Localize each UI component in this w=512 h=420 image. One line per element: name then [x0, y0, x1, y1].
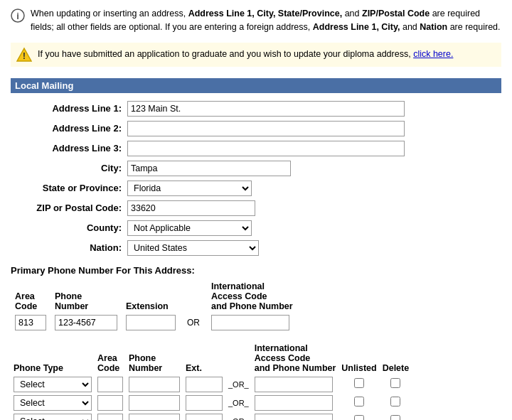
address-line-1-label: Address Line 1: — [11, 99, 124, 119]
phone-area-input[interactable] — [97, 377, 123, 392]
section-header: Local Mailing — [11, 78, 501, 93]
col-phone-header: PhoneNumber — [50, 280, 122, 313]
primary-ext-cell — [122, 313, 180, 333]
primary-ext-input[interactable] — [126, 315, 176, 330]
col-area-header: AreaCode — [11, 280, 50, 313]
phone-type-row: SelectCellHomeWorkFax_OR_ — [11, 412, 412, 421]
address-line-3-row: Address Line 3: — [11, 139, 501, 158]
phone-number-input[interactable] — [129, 414, 180, 421]
primary-or-cell: OR — [180, 313, 207, 333]
address-line-2-cell — [124, 119, 501, 139]
info-text: When updating or inserting an address, A… — [31, 7, 501, 34]
col-phone-number-header: PhoneNumber — [126, 341, 183, 375]
primary-phone-data-row: OR — [11, 313, 297, 333]
address-line-3-cell — [124, 139, 501, 158]
phone-type-select[interactable]: SelectCellHomeWorkFax — [14, 395, 92, 411]
address-form-table: Address Line 1: Address Line 2: Address … — [11, 99, 501, 258]
primary-area-input[interactable] — [15, 315, 46, 330]
zip-row: ZIP or Postal Code: — [11, 198, 501, 218]
delete-checkbox[interactable] — [390, 397, 400, 406]
phone-intl-input[interactable] — [255, 414, 333, 421]
warning-text: If you have submitted an application to … — [38, 47, 453, 61]
nation-cell: United States Canada Mexico United Kingd… — [124, 238, 501, 258]
phone-type-table: Phone Type AreaCode PhoneNumber Ext. Int… — [11, 341, 412, 421]
phone-area-input[interactable] — [97, 395, 123, 411]
address-line-3-input[interactable] — [127, 141, 405, 156]
col-ext-header2: Ext. — [183, 341, 225, 375]
phone-unlisted-cell — [338, 394, 379, 412]
delete-checkbox[interactable] — [390, 378, 400, 388]
col-type-header: Phone Type — [11, 341, 95, 375]
phone-delete-cell — [380, 394, 412, 412]
city-input[interactable] — [127, 161, 291, 176]
primary-phone-header: Primary Phone Number For This Address: — [11, 265, 501, 276]
unlisted-checkbox[interactable] — [354, 397, 364, 406]
address-line-1-row: Address Line 1: — [11, 99, 501, 119]
primary-area-cell — [11, 313, 50, 333]
nation-row: Nation: United States Canada Mexico Unit… — [11, 238, 501, 258]
phone-ext-input[interactable] — [186, 395, 223, 411]
phone-ext-input[interactable] — [186, 414, 223, 421]
nation-select[interactable]: United States Canada Mexico United Kingd… — [127, 240, 259, 256]
primary-phone-header-row: AreaCode PhoneNumber Extension Internati… — [11, 280, 297, 313]
info-box: i When updating or inserting an address,… — [11, 7, 501, 34]
warning-box: ! If you have submitted an application t… — [11, 43, 501, 67]
svg-text:i: i — [16, 11, 19, 21]
address-line-2-input[interactable] — [127, 121, 405, 136]
diploma-address-link[interactable]: click here. — [413, 49, 453, 59]
primary-phone-table: AreaCode PhoneNumber Extension Internati… — [11, 280, 297, 333]
address-line-3-label: Address Line 3: — [11, 139, 124, 158]
phone-ext-input[interactable] — [186, 377, 223, 392]
county-select[interactable]: Not Applicable Hillsborough Pinellas Pas… — [127, 220, 252, 236]
address-line-1-input[interactable] — [127, 101, 405, 117]
zip-cell — [124, 198, 501, 218]
state-row: State or Province: Florida Alabama Alask… — [11, 178, 501, 198]
unlisted-checkbox[interactable] — [354, 415, 364, 420]
col-intl-header: InternationalAccess Codeand Phone Number — [207, 280, 297, 313]
phone-type-row: SelectCellHomeWorkFax_OR_ — [11, 375, 412, 394]
primary-intl-cell — [207, 313, 297, 333]
nation-label: Nation: — [11, 238, 124, 258]
warning-icon: ! — [16, 47, 32, 63]
col-or-header — [180, 280, 207, 313]
primary-phone-cell — [50, 313, 122, 333]
address-line-2-row: Address Line 2: — [11, 119, 501, 139]
phone-type-select[interactable]: SelectCellHomeWorkFax — [14, 377, 92, 392]
phone-intl-input[interactable] — [255, 395, 333, 411]
phone-number-input[interactable] — [129, 377, 180, 392]
delete-checkbox[interactable] — [390, 415, 400, 420]
city-cell — [124, 158, 501, 178]
address-line-1-cell — [124, 99, 501, 119]
phone-or-label: _OR_ — [225, 412, 252, 421]
city-row: City: — [11, 158, 501, 178]
phone-intl-input[interactable] — [255, 377, 333, 392]
phone-unlisted-cell — [338, 375, 379, 394]
phone-type-header-row: Phone Type AreaCode PhoneNumber Ext. Int… — [11, 341, 412, 375]
col-delete-header: Delete — [380, 341, 412, 375]
phone-or-label: _OR_ — [225, 394, 252, 412]
col-ext-header: Extension — [122, 280, 180, 313]
phone-delete-cell — [380, 375, 412, 394]
phone-delete-cell — [380, 412, 412, 421]
primary-or-label: OR — [184, 318, 203, 328]
zip-input[interactable] — [127, 200, 255, 216]
phone-type-body: SelectCellHomeWorkFax_OR_SelectCellHomeW… — [11, 375, 412, 421]
state-select[interactable]: Florida Alabama Alaska Arizona Californi… — [127, 181, 252, 196]
zip-label: ZIP or Postal Code: — [11, 198, 124, 218]
phone-type-row: SelectCellHomeWorkFax_OR_ — [11, 394, 412, 412]
col-unlisted-header: Unlisted — [338, 341, 379, 375]
primary-phone-input[interactable] — [55, 315, 117, 330]
state-label: State or Province: — [11, 178, 124, 198]
city-label: City: — [11, 158, 124, 178]
unlisted-checkbox[interactable] — [354, 378, 364, 388]
phone-type-select[interactable]: SelectCellHomeWorkFax — [14, 414, 92, 421]
address-line-2-label: Address Line 2: — [11, 119, 124, 139]
phone-number-input[interactable] — [129, 395, 180, 411]
primary-intl-input[interactable] — [211, 315, 289, 330]
phone-area-input[interactable] — [97, 414, 123, 421]
county-row: County: Not Applicable Hillsborough Pine… — [11, 218, 501, 238]
phone-unlisted-cell — [338, 412, 379, 421]
svg-text:!: ! — [23, 50, 26, 61]
info-icon: i — [11, 9, 25, 23]
county-cell: Not Applicable Hillsborough Pinellas Pas… — [124, 218, 501, 238]
